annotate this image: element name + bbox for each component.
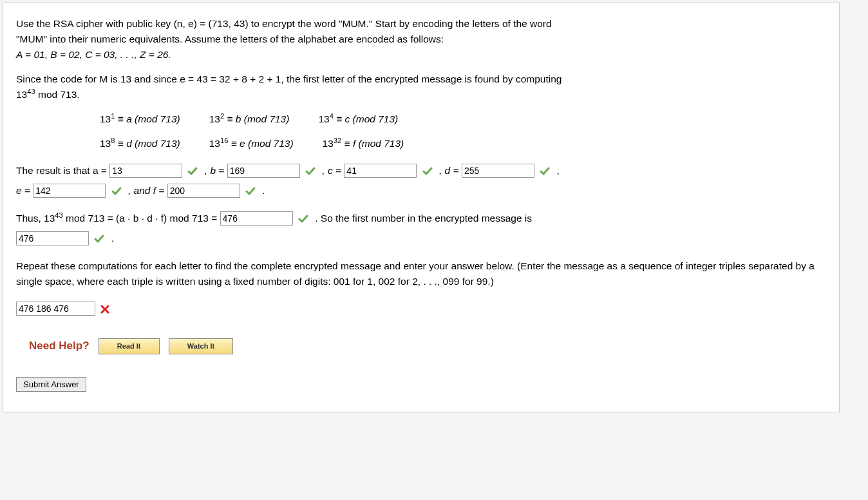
input-c[interactable] bbox=[344, 164, 417, 178]
check-icon bbox=[422, 166, 433, 177]
input-f[interactable] bbox=[167, 184, 240, 198]
b-lead: , b = bbox=[205, 165, 227, 176]
check-icon bbox=[94, 234, 104, 244]
cross-icon bbox=[100, 305, 109, 314]
d-lead: , d = bbox=[439, 165, 462, 176]
check-icon bbox=[540, 166, 550, 177]
input-first-number[interactable] bbox=[16, 231, 89, 245]
intro-text-2: "MUM" into their numeric equivalents. As… bbox=[16, 34, 444, 44]
submit-answer-button[interactable]: Submit Answer bbox=[16, 377, 86, 392]
e-lead: e = bbox=[16, 185, 33, 196]
since-text-1: Since the code for M is 13 and since e =… bbox=[16, 73, 561, 84]
thus-lead: Thus, 13 bbox=[16, 213, 55, 224]
input-a[interactable] bbox=[109, 164, 182, 178]
repeat-text: Repeat these computations for each lette… bbox=[16, 258, 826, 289]
check-icon bbox=[298, 214, 308, 224]
f-lead: , and f = bbox=[128, 185, 167, 196]
equation-row-1: 131 ≡ a (mod 713) 132 ≡ b (mod 713) 134 … bbox=[100, 111, 826, 127]
check-icon bbox=[111, 186, 122, 197]
input-e[interactable] bbox=[33, 184, 106, 198]
thus-trail: . So the first number in the encrypted m… bbox=[315, 213, 532, 224]
watch-it-button[interactable]: Watch It bbox=[169, 338, 233, 354]
result-lead: The result is that a = bbox=[16, 165, 109, 176]
c-lead: , c = bbox=[322, 165, 344, 176]
ans-trail: . bbox=[111, 233, 114, 244]
read-it-button[interactable]: Read It bbox=[99, 338, 160, 354]
need-help-label: Need Help? bbox=[29, 340, 90, 352]
input-product[interactable] bbox=[220, 211, 293, 226]
check-icon bbox=[245, 186, 256, 197]
d-trail: , bbox=[557, 165, 560, 176]
f-trail: . bbox=[262, 185, 265, 196]
since-text-2: 1343 mod 713. bbox=[16, 89, 80, 100]
intro-text-1: Use the RSA cipher with public key (n, e… bbox=[16, 18, 552, 29]
input-b[interactable] bbox=[227, 164, 300, 178]
check-icon bbox=[187, 166, 198, 177]
input-final-answer[interactable] bbox=[16, 302, 95, 316]
check-icon bbox=[305, 166, 316, 177]
intro-text-3: A = 01, B = 02, C = 03, . . ., Z = 26. bbox=[16, 49, 171, 60]
equation-row-2: 138 ≡ d (mod 713) 1316 ≡ e (mod 713) 133… bbox=[100, 136, 826, 151]
input-d[interactable] bbox=[462, 164, 534, 178]
thus-mid: mod 713 = (a · b · d · f) mod 713 = bbox=[66, 213, 220, 224]
